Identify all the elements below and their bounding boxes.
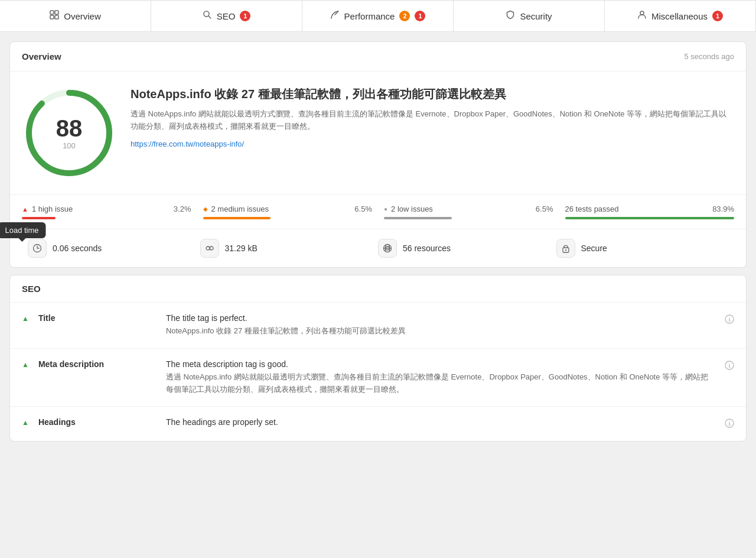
stat-page-size: 31.29 kB	[200, 239, 379, 258]
seo-meta-content: The meta description tag is good. 透過 Not…	[166, 359, 715, 396]
seo-card: SEO ▲ Title The title tag is perfect. No…	[9, 275, 747, 442]
seo-row-meta: ▲ Meta description The meta description …	[10, 349, 746, 407]
site-title: NoteApps.info 收錄 27 種最佳筆記軟體，列出各種功能可篩選比較差…	[131, 86, 734, 102]
tab-bar: Overview SEO 1 Performance	[0, 0, 756, 32]
issue-passed-top: 26 tests passed 83.9%	[565, 205, 735, 213]
headings-check-icon: ▲	[22, 418, 29, 427]
issue-high-top: ▲ 1 high issue 3.2%	[22, 205, 191, 213]
stat-load-time-value: 0.06 seconds	[53, 244, 102, 253]
seo-meta-status: The meta description tag is good.	[166, 359, 715, 369]
score-number: 88	[56, 116, 83, 140]
issue-medium-label: ◆ 2 medium issues	[203, 205, 269, 213]
svg-point-14	[210, 246, 213, 250]
issue-passed-text: 26 tests passed	[565, 205, 619, 213]
performance-icon	[330, 10, 340, 22]
issue-passed-label: 26 tests passed	[565, 205, 619, 213]
issue-passed-bar	[565, 217, 735, 219]
resources-icon	[378, 239, 397, 258]
issue-low-text: 2 low issues	[391, 205, 433, 213]
svg-point-26	[729, 362, 730, 364]
issue-low-label: ● 2 low issues	[384, 205, 433, 213]
page-size-icon	[200, 239, 219, 258]
svg-rect-0	[50, 11, 54, 14]
issue-medium-text: 2 medium issues	[211, 205, 269, 213]
overview-header: Overview 5 seconds ago	[10, 42, 746, 72]
issue-low-top: ● 2 low issues 6.5%	[384, 205, 553, 213]
issue-medium: ◆ 2 medium issues 6.5%	[203, 205, 384, 219]
timestamp: 5 seconds ago	[684, 52, 734, 61]
site-description: 透過 NoteApps.info 網站就能以最透明方式瀏覽、查詢各種目前主流的筆…	[131, 108, 734, 133]
svg-point-23	[729, 317, 730, 318]
score-section: 88 100 NoteApps.info 收錄 27 種最佳筆記軟體，列出各種功…	[10, 72, 746, 195]
miscellaneous-badge: 1	[712, 11, 723, 21]
issue-low-icon: ●	[384, 206, 387, 212]
seo-badge: 1	[240, 11, 250, 21]
svg-point-4	[204, 11, 209, 17]
overview-icon	[50, 10, 59, 22]
seo-meta-name: Meta description	[38, 359, 157, 369]
seo-headings-status: The headings are properly set.	[166, 417, 715, 427]
tab-security-label: Security	[520, 11, 552, 21]
stat-page-size-value: 31.29 kB	[225, 244, 258, 253]
load-time-icon	[28, 239, 47, 258]
issue-passed: 26 tests passed 83.9%	[565, 205, 735, 219]
seo-title-content: The title tag is perfect. NoteApps.info …	[166, 313, 715, 338]
tab-overview[interactable]: Overview	[0, 1, 151, 31]
tab-security[interactable]: Security	[454, 1, 605, 31]
tab-performance-label: Performance	[344, 11, 395, 21]
issue-high-bar	[22, 217, 56, 219]
issue-low: ● 2 low issues 6.5%	[384, 205, 565, 219]
performance-badge-1: 2	[399, 11, 410, 21]
issue-high-icon: ▲	[22, 206, 28, 213]
svg-point-29	[729, 421, 730, 422]
issue-medium-bar	[203, 217, 271, 219]
stat-resources: 56 resources	[378, 239, 556, 258]
svg-rect-2	[50, 15, 54, 19]
tooltip-bubble: Load time	[0, 222, 46, 238]
seo-icon	[203, 10, 212, 22]
score-text: 88 100	[56, 116, 83, 150]
miscellaneous-icon	[637, 10, 647, 22]
seo-row-title: ▲ Title The title tag is perfect. NoteAp…	[10, 303, 746, 349]
issue-medium-icon: ◆	[203, 206, 208, 212]
seo-header: SEO	[10, 275, 746, 303]
seo-row-headings: ▲ Headings The headings are properly set…	[10, 407, 746, 441]
meta-check-icon: ▲	[22, 361, 29, 369]
svg-line-5	[208, 17, 211, 19]
tab-overview-label: Overview	[64, 11, 101, 21]
issue-low-percent: 6.5%	[536, 205, 553, 213]
performance-badge-2: 1	[415, 11, 425, 21]
stat-load-time: Load time 0.06 seconds	[22, 239, 200, 258]
issue-high-label: ▲ 1 high issue	[22, 205, 73, 213]
issue-high: ▲ 1 high issue 3.2%	[22, 205, 203, 219]
svg-rect-1	[55, 11, 58, 14]
tab-seo-label: SEO	[217, 11, 236, 21]
seo-title-name: Title	[38, 313, 157, 323]
headings-info-icon[interactable]	[725, 418, 734, 430]
stat-security-value: Secure	[581, 244, 607, 253]
overview-card: Overview 5 seconds ago 88 100	[9, 41, 747, 268]
tab-performance[interactable]: Performance 2 1	[302, 1, 454, 31]
stat-resources-value: 56 resources	[403, 244, 451, 253]
svg-rect-3	[55, 15, 58, 19]
meta-info-icon[interactable]	[725, 361, 734, 372]
svg-point-13	[206, 246, 210, 250]
stat-security-icon	[556, 239, 575, 258]
score-total: 100	[56, 141, 83, 150]
seo-headings-content: The headings are properly set.	[166, 417, 715, 429]
seo-headings-name: Headings	[38, 417, 157, 427]
issue-high-text: 1 high issue	[32, 205, 73, 213]
issues-section: ▲ 1 high issue 3.2% ◆ 2 medium issues	[10, 195, 746, 229]
site-info: NoteApps.info 收錄 27 種最佳筆記軟體，列出各種功能可篩選比較差…	[131, 86, 734, 148]
overview-title: Overview	[22, 51, 61, 61]
main-content: Overview 5 seconds ago 88 100	[0, 32, 756, 458]
svg-point-20	[565, 249, 566, 251]
tab-seo[interactable]: SEO 1	[151, 1, 302, 31]
tab-miscellaneous[interactable]: Miscellaneous 1	[605, 1, 756, 31]
issue-high-percent: 3.2%	[174, 205, 191, 213]
site-url[interactable]: https://free.com.tw/noteapps-info/	[131, 140, 244, 148]
issue-medium-percent: 6.5%	[354, 205, 372, 213]
issue-medium-top: ◆ 2 medium issues 6.5%	[203, 205, 373, 213]
title-info-icon[interactable]	[725, 314, 734, 326]
seo-title-status: The title tag is perfect.	[166, 313, 715, 323]
